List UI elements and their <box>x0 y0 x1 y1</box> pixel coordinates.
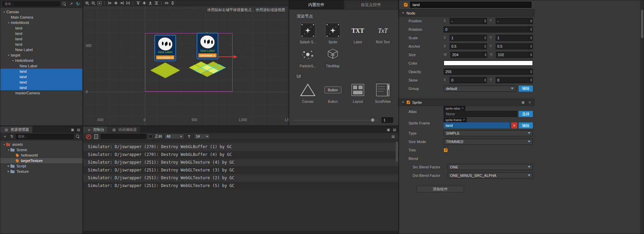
cocos-logo-sprite[interactable]: COCOS2D-X <box>197 33 218 59</box>
position-y-input[interactable]: - <box>496 18 533 24</box>
stepper[interactable] <box>483 35 487 41</box>
panel-layout-icon[interactable] <box>76 127 81 132</box>
align-center-h-icon[interactable] <box>114 1 118 5</box>
asset-tree-row[interactable]: Script <box>0 163 82 169</box>
widget-item-splash-s-[interactable]: Splash S... <box>297 22 319 44</box>
align-left-icon[interactable] <box>107 1 112 5</box>
stepper[interactable] <box>529 18 532 24</box>
widget-item-tiledmap[interactable]: TiledMap <box>322 46 344 68</box>
hierarchy-tree-row[interactable]: New Label <box>0 63 82 69</box>
distribute-v-icon[interactable] <box>154 1 158 5</box>
float-panel-icon[interactable] <box>386 127 391 132</box>
sprite-section-header[interactable]: ▼ Sprite <box>399 99 535 106</box>
align-middle-icon[interactable] <box>142 1 146 5</box>
node-section-header[interactable]: ▼ Node <box>399 9 535 17</box>
hierarchy-tree-row[interactable]: Canvas <box>0 9 82 15</box>
stepper[interactable] <box>484 52 487 57</box>
align-top-icon[interactable] <box>136 1 140 5</box>
hierarchy-tree-row[interactable]: land <box>0 74 82 79</box>
anchor-x-input[interactable]: 0.5 <box>450 43 487 49</box>
stepper[interactable] <box>529 35 532 41</box>
stretch-h-icon[interactable] <box>164 1 169 5</box>
node-active-checkbox[interactable] <box>404 3 408 7</box>
log-file-icon[interactable] <box>93 134 98 139</box>
tile-cluster[interactable] <box>189 62 225 77</box>
scale-y-input[interactable]: 1 <box>496 35 533 41</box>
add-component-button[interactable]: 添加组件 <box>417 186 464 192</box>
hierarchy-tree-row[interactable]: land <box>0 25 82 31</box>
hierarchy-tree-row[interactable]: land <box>0 42 82 47</box>
scene-viewport[interactable]: 使用鼠标右键平移视窗焦点，使用滚轮缩放视图 <box>83 6 289 125</box>
external-link-icon[interactable]: ↗ <box>461 107 464 110</box>
node-name-input[interactable] <box>410 2 531 8</box>
expander-icon[interactable] <box>2 143 6 146</box>
hierarchy-tree-row[interactable]: Main Camera <box>0 15 82 20</box>
stepper[interactable] <box>529 69 532 74</box>
hierarchy-tree-row[interactable]: land <box>0 69 82 74</box>
position-x-input[interactable]: - <box>450 18 487 24</box>
expander-icon[interactable] <box>7 22 10 24</box>
scene-text-label[interactable]: New Label <box>197 49 218 52</box>
stepper[interactable] <box>483 18 487 24</box>
external-link-icon[interactable] <box>69 1 74 6</box>
distribute-h-icon[interactable] <box>126 1 130 5</box>
select-atlas-button[interactable]: 选择 <box>519 111 533 117</box>
atlas-value-field[interactable]: None <box>444 111 517 117</box>
hierarchy-tree-row[interactable]: masterCamera <box>0 90 82 96</box>
hierarchy-tree-row[interactable]: HelloWorld <box>0 58 82 63</box>
asset-tree-row[interactable]: assets <box>0 142 82 147</box>
size-h-input[interactable]: 102 <box>496 52 533 58</box>
align-bottom-icon[interactable] <box>148 1 152 5</box>
widget-item-layout[interactable]: Layout <box>347 81 369 103</box>
scale-x-input[interactable]: 1 <box>450 35 487 41</box>
asset-tree-row[interactable]: Texture <box>0 169 82 174</box>
hierarchy-tree-row[interactable]: New Label <box>0 47 82 52</box>
expander-icon[interactable] <box>7 170 10 173</box>
stepper[interactable] <box>483 77 487 83</box>
refresh-icon[interactable] <box>75 1 80 6</box>
expander-icon[interactable] <box>7 54 10 56</box>
expander-icon[interactable] <box>11 60 15 62</box>
tab-custom-widgets[interactable]: 自定义控件 <box>344 0 399 9</box>
trim-checkbox[interactable] <box>444 148 448 152</box>
float-panel-icon[interactable] <box>70 127 75 132</box>
opacity-input[interactable]: 255 <box>444 69 533 75</box>
component-menu-icon[interactable] <box>527 100 532 105</box>
console-filter-input[interactable] <box>101 134 146 139</box>
slider-track[interactable] <box>293 120 378 120</box>
src-blend-dropdown[interactable]: ONE <box>448 164 533 170</box>
widget-item-button[interactable]: ButtonButton <box>322 81 344 103</box>
sprite-enabled-checkbox[interactable] <box>406 100 410 104</box>
tab-assets[interactable]: 资源管理器 <box>0 126 33 133</box>
stretch-v-icon[interactable] <box>170 1 175 5</box>
stepper[interactable] <box>529 77 532 83</box>
rotation-input[interactable]: 0 <box>444 26 533 32</box>
add-asset-icon[interactable] <box>2 134 7 139</box>
inspector-scrollbar[interactable] <box>640 0 644 234</box>
hierarchy-tree-row[interactable]: land <box>0 79 82 85</box>
hierarchy-tree-row[interactable]: target <box>0 52 82 58</box>
hierarchy-tree-row[interactable]: land <box>0 36 82 42</box>
console-scrollbar[interactable] <box>396 142 398 162</box>
widget-item-label[interactable]: TXTLabel <box>347 22 369 44</box>
clear-sprite-frame-button[interactable]: × <box>511 122 517 128</box>
widget-item-canvas[interactable]: Canvas <box>297 81 319 103</box>
sprite-frame-value-field[interactable]: land <box>444 122 510 128</box>
scene-text-label[interactable]: New Label <box>154 50 176 54</box>
expander-icon[interactable] <box>2 11 6 13</box>
hierarchy-tree-row[interactable]: land <box>0 31 82 36</box>
stepper[interactable] <box>529 52 532 57</box>
align-right-icon[interactable] <box>120 1 124 5</box>
cocos-logo-sprite[interactable]: COCOS2D-X <box>154 35 176 61</box>
font-size-dropdown[interactable]: 14 <box>194 134 210 139</box>
skew-x-input[interactable]: 0 <box>450 77 487 83</box>
widget-item-scrollview[interactable]: ScrollView <box>372 81 394 103</box>
external-link-icon[interactable]: ↗ <box>463 118 465 121</box>
zoom-value-box[interactable]: 1 <box>381 117 393 123</box>
asset-tree-row[interactable]: targetTexture <box>0 158 82 163</box>
zoom-out-icon[interactable] <box>91 1 96 5</box>
assets-search-input[interactable] <box>16 134 74 139</box>
widget-item-rich-text[interactable]: TxTRich Text <box>372 22 394 44</box>
skew-y-input[interactable]: 0 <box>496 77 533 83</box>
type-dropdown[interactable]: SIMPLE <box>444 130 533 136</box>
